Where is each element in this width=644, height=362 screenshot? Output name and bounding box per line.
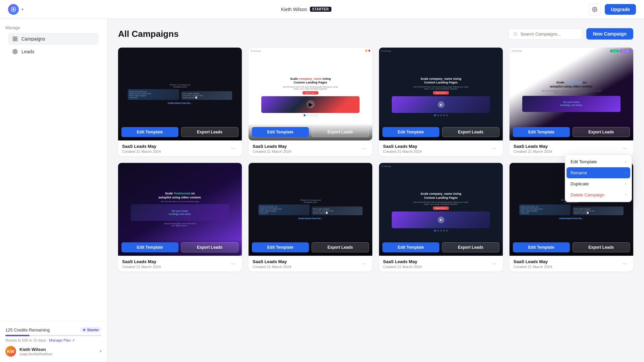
page-actions: New Campaign bbox=[508, 28, 633, 40]
topbar-right: Upgrade bbox=[589, 3, 636, 15]
card-meta: SaaS Leads May Created 21 March 2024 bbox=[514, 144, 620, 154]
card-menu-button[interactable]: ··· bbox=[228, 144, 238, 153]
svg-point-1 bbox=[12, 8, 14, 10]
card-menu-button[interactable]: ··· bbox=[228, 259, 238, 268]
search-icon bbox=[514, 32, 518, 36]
dropdown-delete-label: Delete Campaign bbox=[571, 192, 604, 197]
card-title: SaaS Leads May bbox=[253, 259, 359, 264]
sidebar-leads-label: Leads bbox=[21, 49, 34, 54]
edit-template-button[interactable]: Edit Template bbox=[252, 127, 309, 137]
card-date: Created 21 March 2024 bbox=[253, 149, 359, 154]
card-title: SaaS Leads May bbox=[514, 144, 620, 149]
chevron-right-icon: › bbox=[625, 193, 626, 197]
card-menu-button[interactable]: ··· bbox=[359, 144, 368, 153]
dropdown-menu: Edit Template › Rename › Duplicate › Del… bbox=[565, 155, 632, 202]
card-meta: SaaS Leads May Created 21 March 2024 bbox=[383, 259, 489, 269]
sidebar: Manage Campaigns Leads 125 Credits bbox=[0, 19, 107, 362]
dropdown-edit-template[interactable]: Edit Template › bbox=[567, 156, 630, 167]
credits-bar-background bbox=[5, 335, 102, 336]
credits-label: 125 Credits Remaining bbox=[5, 327, 50, 333]
export-leads-button[interactable]: Export Leads bbox=[442, 242, 500, 252]
export-leads-button[interactable]: Export Leads bbox=[573, 242, 630, 252]
card-actions: Edit Template Export Leads bbox=[249, 124, 372, 140]
card-actions: Edit Template Export Leads bbox=[509, 239, 633, 256]
sidebar-item-leads[interactable]: Leads bbox=[8, 46, 99, 58]
export-leads-button[interactable]: Export Leads bbox=[181, 242, 239, 252]
credits-reset-text: Resets to 500 in 15 days · Manage Plan ↗ bbox=[5, 338, 102, 343]
card-actions: Edit Template Export Leads bbox=[249, 239, 372, 256]
card-date: Created 21 March 2024 bbox=[514, 265, 620, 269]
topbar-left: ▾ bbox=[8, 4, 23, 15]
manage-plan-link[interactable]: Manage Plan ↗ bbox=[49, 338, 75, 342]
card-actions: Edit Template Export Leads bbox=[509, 124, 633, 140]
edit-template-button[interactable]: Edit Template bbox=[121, 127, 178, 137]
card-info: SaaS Leads May Created 21 March 2024 ··· bbox=[249, 140, 372, 156]
credits-row: 125 Credits Remaining Starter bbox=[5, 327, 102, 333]
page-header: All Campaigns New Campaign bbox=[118, 28, 633, 40]
edit-template-button[interactable]: Edit Template bbox=[252, 242, 309, 252]
card-date: Created 21 March 2024 bbox=[514, 149, 620, 154]
user-row[interactable]: KW Kieth Wilson zaap.bio/kiethwilson ▾ bbox=[5, 346, 102, 357]
sidebar-campaigns-label: Campaigns bbox=[21, 36, 45, 42]
edit-template-button[interactable]: Edit Template bbox=[513, 127, 570, 137]
card-info: SaaS Leads May Created 21 March 2024 ··· bbox=[118, 256, 242, 272]
export-leads-button[interactable]: Export Leads bbox=[573, 127, 630, 137]
svg-point-2 bbox=[594, 9, 595, 10]
card-date: Created 21 March 2024 bbox=[383, 265, 489, 269]
username-label: Kieth Wilson bbox=[281, 7, 307, 12]
search-input[interactable] bbox=[520, 32, 577, 37]
campaign-card: ⚙ GetPage Scale company_name UsingCustom… bbox=[379, 48, 503, 156]
user-name: Kieth Wilson bbox=[19, 347, 96, 352]
export-leads-button[interactable]: Export Leads bbox=[312, 242, 369, 252]
card-menu-button[interactable]: ··· bbox=[489, 144, 499, 153]
upgrade-button[interactable]: Upgrade bbox=[605, 4, 636, 15]
card-info: SaaS Leads May Created 21 March 2024 ··· bbox=[379, 256, 503, 272]
card-menu-button[interactable]: ··· bbox=[359, 259, 368, 268]
edit-template-button[interactable]: Edit Template bbox=[382, 127, 439, 137]
card-meta: SaaS Leads May Created 21 March 2024 bbox=[122, 144, 228, 154]
settings-button[interactable] bbox=[589, 3, 601, 15]
svg-point-9 bbox=[15, 51, 16, 52]
edit-template-button[interactable]: Edit Template bbox=[382, 242, 439, 252]
campaigns-grid: iPhone 13 mockup andtemplates pack Snack… bbox=[118, 48, 633, 272]
edit-template-button[interactable]: Edit Template bbox=[121, 242, 178, 252]
card-title: SaaS Leads May bbox=[122, 144, 228, 149]
card-date: Created 21 March 2024 bbox=[122, 265, 228, 269]
chevron-right-icon: › bbox=[625, 171, 626, 175]
brand-dropdown[interactable]: ▾ bbox=[21, 7, 23, 12]
grid-icon bbox=[12, 36, 18, 42]
card-title: SaaS Leads May bbox=[383, 144, 489, 149]
user-handle: zaap.bio/kiethwilson bbox=[19, 352, 96, 356]
edit-template-button[interactable]: Edit Template bbox=[513, 242, 570, 252]
layout: Manage Campaigns Leads 125 Credits bbox=[0, 19, 644, 362]
chevron-right-icon: › bbox=[625, 160, 626, 164]
export-leads-button[interactable]: Export Leads bbox=[181, 127, 239, 137]
sidebar-top: Manage Campaigns Leads bbox=[0, 19, 107, 61]
export-leads-button[interactable]: Export Leads bbox=[442, 127, 500, 137]
card-actions: Edit Template Export Leads bbox=[118, 124, 242, 140]
svg-point-7 bbox=[13, 49, 17, 54]
chevron-right-icon: › bbox=[625, 182, 626, 186]
card-info: SaaS Leads May Created 21 March 2024 ··· bbox=[379, 140, 503, 156]
avatar: KW bbox=[5, 346, 16, 357]
export-leads-button[interactable]: Export Leads bbox=[312, 127, 369, 137]
card-menu-button[interactable]: ··· bbox=[489, 259, 499, 268]
sidebar-nav: Campaigns Leads bbox=[5, 33, 102, 58]
card-meta: SaaS Leads May Created 21 March 2024 bbox=[253, 259, 359, 269]
card-menu-button[interactable]: ··· bbox=[620, 259, 629, 268]
sidebar-item-campaigns[interactable]: Campaigns bbox=[8, 33, 99, 45]
topbar-center: Kieth Wilson STARTER bbox=[281, 7, 331, 12]
dropdown-duplicate[interactable]: Duplicate › bbox=[567, 178, 630, 189]
new-campaign-button[interactable]: New Campaign bbox=[586, 28, 633, 40]
sidebar-bottom: 125 Credits Remaining Starter Resets to … bbox=[0, 321, 107, 362]
page-title: All Campaigns bbox=[118, 29, 179, 39]
card-meta: SaaS Leads May Created 21 March 2024 bbox=[122, 259, 228, 269]
logo-icon[interactable] bbox=[8, 4, 19, 15]
card-meta: SaaS Leads May Created 21 March 2024 bbox=[383, 144, 489, 154]
dropdown-rename[interactable]: Rename › bbox=[567, 167, 630, 178]
dropdown-delete[interactable]: Delete Campaign › bbox=[567, 189, 630, 200]
main-content: All Campaigns New Campaign iPhone 13 moc… bbox=[107, 19, 644, 362]
dropdown-duplicate-label: Duplicate bbox=[571, 181, 589, 186]
campaign-card: ⚙ GetPage Scale company_name UsingCustom… bbox=[379, 163, 503, 272]
card-menu-button[interactable]: ··· bbox=[620, 144, 629, 153]
